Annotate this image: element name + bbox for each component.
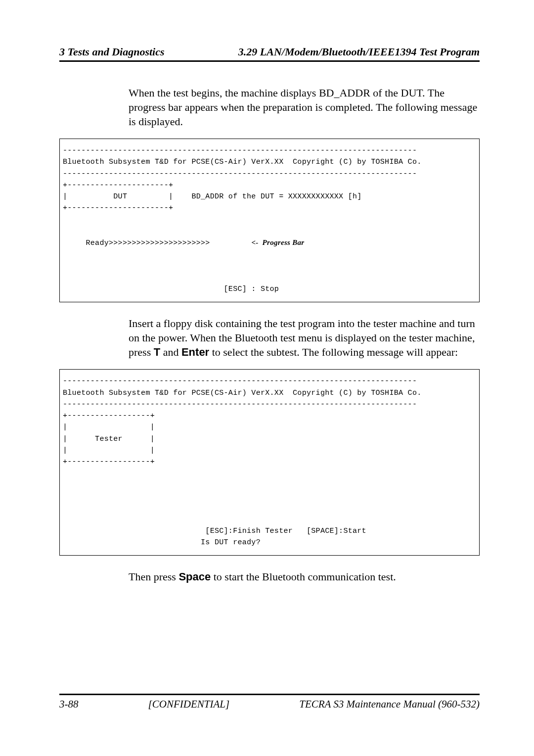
console1-line: ----------------------------------------… — [63, 146, 417, 155]
console1-esc: [ESC] : Stop — [63, 285, 279, 293]
console1-ready: Ready>>>>>>>>>>>>>>>>>>>>>> — [63, 239, 251, 247]
para3-text-b: to start the Bluetooth communication tes… — [211, 570, 396, 583]
console2-line: ----------------------------------------… — [63, 400, 417, 409]
console1-line: +----------------------+ — [63, 181, 173, 189]
paragraph-1: When the test begins, the machine displa… — [129, 86, 480, 129]
console2-line: ----------------------------------------… — [63, 377, 417, 385]
progress-bar-label: <- Progress Bar — [251, 238, 304, 246]
console1-line: | DUT | BD_ADDR of the DUT = XXXXXXXXXXX… — [63, 192, 362, 201]
console2-line: | Tester | — [63, 435, 155, 443]
console2-line: | | — [63, 423, 155, 431]
page-footer: 3-88 [CONFIDENTIAL] TECRA S3 Maintenance… — [59, 694, 480, 710]
console2-line: Is DUT ready? — [63, 538, 261, 547]
console2-line: | | — [63, 446, 155, 455]
page-header: 3 Tests and Diagnostics 3.29 LAN/Modem/B… — [59, 46, 480, 62]
footer-confidential: [CONFIDENTIAL] — [148, 698, 230, 710]
para2-text-b: and — [160, 346, 181, 358]
console1-line: +----------------------+ — [63, 204, 173, 212]
key-t: T — [154, 346, 160, 358]
key-enter: Enter — [181, 346, 209, 358]
console-box-dut: ----------------------------------------… — [59, 139, 480, 302]
footer-manual-title: TECRA S3 Maintenance Manual (960-532) — [299, 698, 480, 710]
console2-line: +------------------+ — [63, 412, 155, 420]
paragraph-3: Then press Space to start the Bluetooth … — [129, 569, 480, 584]
console1-line: Bluetooth Subsystem T&D for PCSE(CS-Air)… — [63, 158, 422, 166]
console-box-tester: ----------------------------------------… — [59, 369, 480, 556]
console1-line: ----------------------------------------… — [63, 170, 417, 178]
para2-text-c: to select the subtest. The following mes… — [209, 346, 458, 358]
header-right: 3.29 LAN/Modem/Bluetooth/IEEE1394 Test P… — [238, 46, 480, 58]
header-left: 3 Tests and Diagnostics — [59, 46, 165, 58]
console2-line: [ESC]:Finish Tester [SPACE]:Start — [63, 527, 366, 535]
para3-text-a: Then press — [129, 570, 178, 583]
paragraph-2: Insert a floppy disk containing the test… — [129, 316, 480, 359]
key-space: Space — [178, 570, 211, 583]
footer-page-number: 3-88 — [59, 698, 79, 710]
console2-line: Bluetooth Subsystem T&D for PCSE(CS-Air)… — [63, 389, 422, 397]
console2-line: +------------------+ — [63, 458, 155, 466]
